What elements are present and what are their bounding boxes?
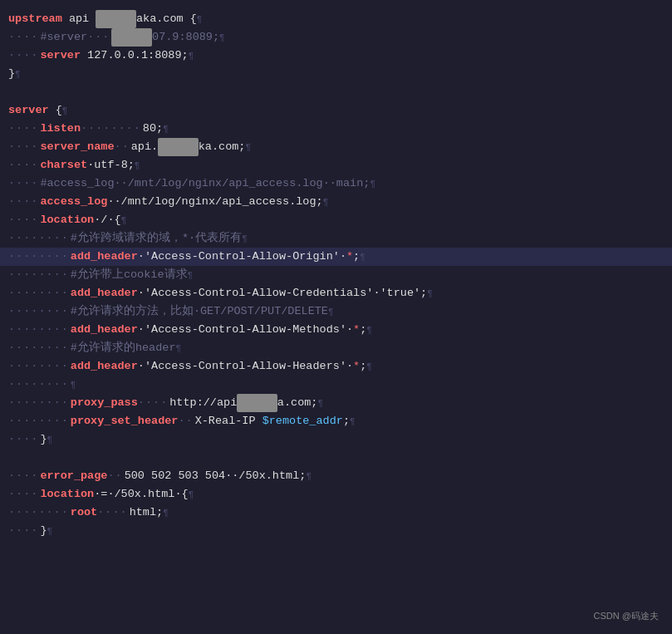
line-9: ···· charset ·utf-8; ¶ [0,156,672,174]
line-7: ···· listen ········ 80; ¶ [0,120,672,138]
line-26: ···· error_page ·· 500 502 503 504··/50x… [0,467,672,485]
line-13: ········ #允许跨域请求的域，*·代表所有 ¶ [0,229,672,248]
line-3: ···· server 127.0.0.1:8089; ¶ [0,47,672,65]
line-4: } ¶ [0,65,672,83]
line-8: ···· server_name ·· api. ka.com; ¶ [0,138,672,156]
line-17: ········ #允许请求的方法，比如·GET/POST/PUT/DELETE… [0,302,672,321]
line-10: ···· #access_log··/mnt/log/nginx/api_acc… [0,174,672,193]
line-28: ········ root ···· html; ¶ [0,504,672,522]
line-21: ········ ¶ [0,376,672,394]
line-1: upstream api aka.com { ¶ [0,10,672,28]
line-6: server { ¶ [0,101,672,120]
line-29: ···· } ¶ [0,522,672,540]
line-20: ········ add_header · 'Access-Control-Al… [0,357,672,376]
keyword-upstream: upstream [8,10,62,28]
line-14: ········ add_header · 'Access-Control-Al… [0,248,672,266]
line-18: ········ add_header · 'Access-Control-Al… [0,321,672,339]
line-12: ···· location ·/· { ¶ [0,211,672,229]
line-27: ···· location ·=·/50x.html· { ¶ [0,485,672,504]
line-15: ········ #允许带上cookie请求 ¶ [0,266,672,284]
line-23: ········ proxy_set_header ·· X-Real-IP $… [0,412,672,430]
code-editor: upstream api aka.com { ¶ ···· #server ··… [0,0,672,634]
line-16: ········ add_header · 'Access-Control-Al… [0,284,672,302]
line-24: ···· } ¶ [0,430,672,449]
keyword-server: server [8,101,49,120]
line-22: ········ proxy_pass ···· http://api a.co… [0,394,672,412]
watermark: CSDN @码途夫 [594,609,659,624]
line-11: ···· access_log ··/mnt/log/nginx/api_acc… [0,193,672,211]
line-5 [0,83,672,101]
line-25 [0,449,672,467]
line-19: ········ #允许请求的header ¶ [0,339,672,357]
line-2: ···· #server ··· 07.9:8089; ¶ [0,28,672,47]
